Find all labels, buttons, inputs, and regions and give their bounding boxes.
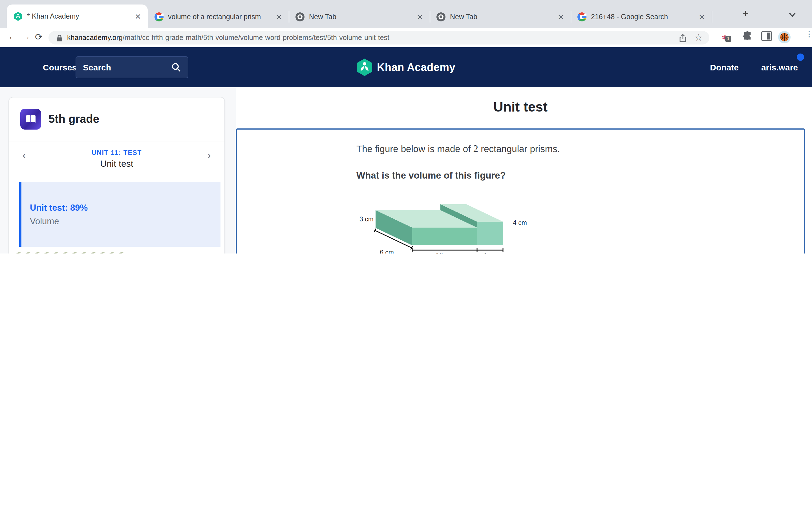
share-icon[interactable] [679, 34, 687, 42]
tab-close-icon[interactable]: ✕ [698, 13, 706, 21]
browser-tab[interactable]: New Tab✕ [430, 6, 571, 28]
figure-label-4cm-bottom: 4 cm [483, 251, 497, 253]
reload-button[interactable]: ⟳ [35, 32, 43, 42]
question-text: The figure below is made of 2 rectangula… [356, 143, 752, 155]
extensions-puzzle-icon[interactable] [742, 31, 753, 42]
math-number: 2 [473, 143, 478, 154]
figure-label-3cm: 3 cm [359, 216, 373, 223]
tab-close-icon[interactable]: ✕ [557, 13, 565, 21]
user-menu[interactable]: aris.ware [761, 62, 798, 72]
khan-leaf-icon [357, 59, 372, 76]
lock-icon [56, 34, 63, 41]
course-sidebar-card: 5th grade ‹ › UNIT 11: TEST Unit test Un… [8, 97, 225, 253]
figure-label-6cm: 6 cm [380, 249, 394, 253]
unit-test-score: Unit test: 89% [30, 201, 220, 214]
test-illustration [12, 252, 221, 253]
khan-academy-logo[interactable]: Khan Academy [0, 59, 812, 76]
figure-label-10cm: 10 cm [436, 251, 454, 253]
adblock-badge: 1 [725, 36, 732, 42]
bookmark-star-icon[interactable]: ☆ [695, 34, 703, 42]
khan-favicon-icon [13, 12, 22, 21]
url-path: /math/cc-fifth-grade-math/5th-volume/vol… [123, 34, 389, 42]
browser-tab[interactable]: volume of a rectangular prism✕ [148, 6, 289, 28]
chrome-favicon-icon [437, 12, 446, 21]
google-favicon-icon [154, 12, 163, 21]
course-book-icon [20, 109, 41, 129]
tab-close-icon[interactable]: ✕ [134, 12, 142, 20]
side-panel-icon[interactable] [761, 31, 772, 41]
prev-unit-button[interactable]: ‹ [22, 151, 26, 161]
unit-navigator: ‹ › UNIT 11: TEST Unit test [9, 142, 224, 172]
course-header[interactable]: 5th grade [9, 98, 224, 142]
figure-label-4cm-right: 4 cm [513, 219, 527, 226]
tab-title: * Khan Academy [27, 12, 129, 20]
forward-button[interactable]: → [21, 32, 31, 42]
chrome-favicon-icon [296, 12, 305, 21]
question-card: The figure below is made of 2 rectangula… [236, 128, 805, 253]
browser-window: * Khan Academy✕volume of a rectangular p… [0, 0, 812, 253]
browser-tab[interactable]: 216+48 - Google Search✕ [571, 6, 712, 28]
address-field[interactable]: khanacademy.org/math/cc-fifth-grade-math… [49, 31, 709, 45]
prism-figure: 3 cm 6 cm 10 cm 4 cm 4 cm [353, 187, 550, 253]
back-button[interactable]: ← [8, 32, 17, 42]
url-host: khanacademy.org [67, 34, 123, 42]
course-title: 5th grade [49, 113, 99, 126]
new-tab-button[interactable]: + [739, 7, 752, 21]
unit-test-topic: Volume [30, 214, 220, 228]
google-favicon-icon [577, 12, 587, 21]
question-prompt: What is the volume of this figure? [356, 170, 752, 181]
donate-link[interactable]: Donate [710, 62, 739, 72]
browser-tab[interactable]: * Khan Academy✕ [7, 4, 148, 28]
notification-dot [797, 54, 804, 61]
tab-title: volume of a rectangular prism [168, 13, 270, 21]
adblock-extension-icon[interactable]: ABP 1 [722, 31, 729, 41]
next-unit-button[interactable]: › [207, 151, 211, 161]
browser-tab[interactable]: New Tab✕ [289, 6, 430, 28]
url-bar: ← → ⟳ khanacademy.org/math/cc-fifth-grad… [0, 28, 812, 47]
tab-strip: * Khan Academy✕volume of a rectangular p… [0, 0, 812, 28]
tab-title: 216+48 - Google Search [591, 13, 693, 21]
browser-menu-icon[interactable]: ⋮ [805, 32, 812, 36]
unit-test-progress-item[interactable]: Unit test: 89% Volume [19, 182, 220, 247]
page-title: Unit test [236, 99, 805, 115]
basketball-icon [780, 33, 789, 42]
site-header: Courses Search Khan Academy Donate aris.… [0, 47, 812, 87]
profile-avatar[interactable] [778, 31, 791, 43]
unit-title: Unit test [9, 159, 224, 169]
tab-search-chevron-icon[interactable] [788, 10, 796, 20]
unit-label-link[interactable]: UNIT 11: TEST [9, 149, 224, 156]
tab-list: * Khan Academy✕volume of a rectangular p… [7, 4, 712, 28]
tab-title: New Tab [309, 13, 411, 21]
tab-close-icon[interactable]: ✕ [416, 13, 424, 21]
tab-close-icon[interactable]: ✕ [274, 13, 283, 21]
tab-title: New Tab [450, 13, 552, 21]
